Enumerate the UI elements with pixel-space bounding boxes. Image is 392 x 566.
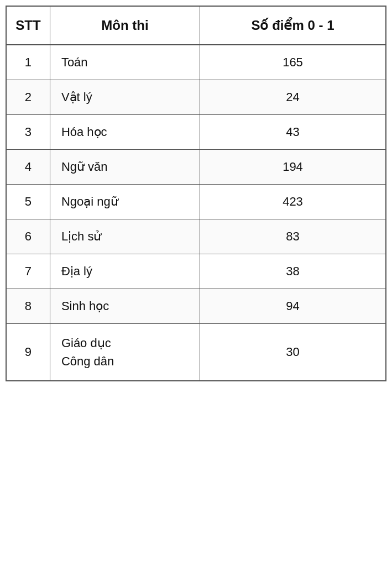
cell-mon-thi: Giáo dụcCông dân xyxy=(50,324,200,381)
cell-mon-thi: Vật lý xyxy=(50,80,200,115)
cell-so-diem: 94 xyxy=(200,289,386,324)
table-row: 3Hóa học43 xyxy=(6,115,386,150)
cell-mon-thi: Ngoại ngữ xyxy=(50,185,200,219)
cell-so-diem: 38 xyxy=(200,254,386,289)
cell-stt: 8 xyxy=(6,289,50,324)
table-row: 2Vật lý24 xyxy=(6,80,386,115)
table-row: 5Ngoại ngữ423 xyxy=(6,185,386,219)
cell-stt: 1 xyxy=(6,45,50,80)
table-row: 6Lịch sử83 xyxy=(6,219,386,254)
cell-mon-thi: Địa lý xyxy=(50,254,200,289)
cell-stt: 7 xyxy=(6,254,50,289)
table-row: 9Giáo dụcCông dân30 xyxy=(6,324,386,381)
table-row: 4Ngữ văn194 xyxy=(6,150,386,185)
cell-stt: 6 xyxy=(6,219,50,254)
cell-so-diem: 24 xyxy=(200,80,386,115)
header-mon-thi: Môn thi xyxy=(50,6,200,45)
cell-so-diem: 83 xyxy=(200,219,386,254)
cell-so-diem: 30 xyxy=(200,324,386,381)
cell-so-diem: 165 xyxy=(200,45,386,80)
cell-so-diem: 423 xyxy=(200,185,386,219)
cell-stt: 9 xyxy=(6,324,50,381)
table-row: 8Sinh học94 xyxy=(6,289,386,324)
cell-stt: 3 xyxy=(6,115,50,150)
cell-mon-thi: Toán xyxy=(50,45,200,80)
cell-stt: 2 xyxy=(6,80,50,115)
cell-so-diem: 194 xyxy=(200,150,386,185)
header-stt: STT xyxy=(6,6,50,45)
cell-mon-thi: Lịch sử xyxy=(50,219,200,254)
cell-mon-thi: Ngữ văn xyxy=(50,150,200,185)
cell-so-diem: 43 xyxy=(200,115,386,150)
cell-stt: 4 xyxy=(6,150,50,185)
cell-mon-thi: Sinh học xyxy=(50,289,200,324)
cell-stt: 5 xyxy=(6,185,50,219)
header-so-diem: Số điểm 0 - 1 xyxy=(200,6,386,45)
cell-mon-thi: Hóa học xyxy=(50,115,200,150)
table-row: 1Toán165 xyxy=(6,45,386,80)
table-row: 7Địa lý38 xyxy=(6,254,386,289)
score-table: STT Môn thi Số điểm 0 - 1 1Toán1652Vật l… xyxy=(6,6,386,381)
